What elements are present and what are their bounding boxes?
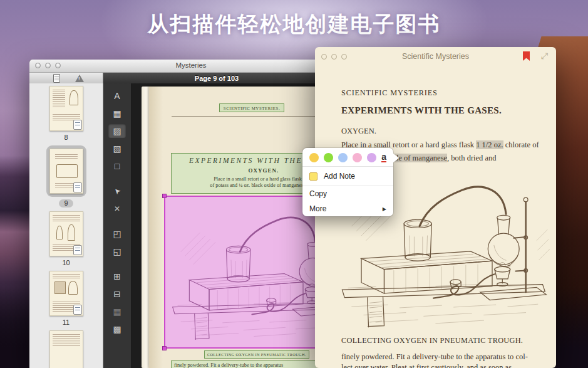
hero-title: 从扫描件轻松地创建电子图书 <box>0 10 588 39</box>
text-badge-icon <box>73 120 82 130</box>
reader-titlebar[interactable]: Scientific Mysteries ⤢ <box>315 47 556 66</box>
figure-caption: COLLECTING OXYGEN IN PNEUMATIC TROUGH. <box>341 336 523 345</box>
book-header: SCIENTIFIC MYSTERIES <box>341 88 438 98</box>
chapter-heading: EXPERIMENTS WITH THE GASES. <box>341 105 502 116</box>
body-line-2: lect over water. Pleat at first cautious… <box>341 363 512 368</box>
table-add-row-tool[interactable]: ⊞ <box>108 269 126 283</box>
thumbnail-image[interactable] <box>49 330 83 368</box>
thumbnail-page-10[interactable]: 10 <box>49 211 83 267</box>
submenu-arrow-icon: ▶ <box>383 206 386 212</box>
thumbnail-image[interactable] <box>49 86 83 131</box>
delete-region-tool[interactable]: ✕ <box>108 201 126 216</box>
note-icon <box>309 172 317 181</box>
window-title: Scientific Mysteries <box>315 52 556 61</box>
table-add-column-tool[interactable]: ⊟ <box>108 287 126 301</box>
merge-subtract-region-tool[interactable]: ◱ <box>108 244 126 258</box>
table-layout-tool[interactable]: ▦ <box>108 304 126 318</box>
selection-handle-top-left[interactable] <box>162 194 167 198</box>
text-region-tool[interactable]: A <box>108 88 126 103</box>
select-region-tool[interactable]: ➤ <box>108 184 126 198</box>
warning-icon[interactable] <box>75 75 84 82</box>
blue-highlight-dot[interactable] <box>338 153 348 162</box>
merge-add-region-tool[interactable]: ◰ <box>108 226 126 241</box>
thumbnail-label: 10 <box>62 259 70 267</box>
thumbnail-page-11[interactable]: 11 <box>49 271 83 327</box>
copy-menu-item[interactable]: Copy <box>302 186 393 201</box>
editor-body: 8 9 <box>29 83 353 368</box>
region-tool-palette: A ▦ ▨ ▧ □ ➤ ✕ ◰ ◱ ⊞ ⊟ ▦ ▩ <box>103 83 132 368</box>
green-highlight-dot[interactable] <box>324 153 333 162</box>
thumbnail-image[interactable] <box>49 211 83 256</box>
picture-caption-region-tool[interactable]: ▧ <box>108 141 126 155</box>
thumbnail-page-8[interactable]: 8 <box>49 86 83 142</box>
more-menu-item[interactable]: More ▶ <box>302 201 393 216</box>
caption-text-region[interactable]: COLLECTING OXYGEN IN PNEUMATIC TROUGH. <box>204 350 309 359</box>
text-badge-icon <box>73 245 82 255</box>
thumbnail-image[interactable] <box>49 149 83 194</box>
yellow-highlight-dot[interactable] <box>309 153 319 162</box>
toolbar-left <box>29 73 103 83</box>
header-text-region[interactable]: SCIENTIFIC MYSTERIES. <box>219 103 284 112</box>
document-icon[interactable] <box>53 74 60 83</box>
fullscreen-icon[interactable]: ⤢ <box>541 51 548 61</box>
selection-handle-bottom-left[interactable] <box>162 346 167 350</box>
pink-highlight-dot[interactable] <box>353 153 362 162</box>
section-heading: OXYGEN. <box>341 127 376 136</box>
reader-content: SCIENTIFIC MYSTERIES EXPERIMENTS WITH TH… <box>315 66 556 368</box>
picture-region-tool[interactable]: ▨ <box>108 124 126 138</box>
thumbnail-label: 8 <box>64 134 68 142</box>
grid-region-tool[interactable]: ▩ <box>108 322 126 336</box>
blank-region-tool[interactable]: □ <box>108 159 126 173</box>
table-region-tool[interactable]: ▦ <box>108 106 126 120</box>
text-badge-icon <box>73 182 82 192</box>
thumbnail-image[interactable] <box>49 271 83 316</box>
thumbnail-label: 9 <box>59 199 73 208</box>
body-line-1: finely powdered. Fit a delivery-tube to … <box>341 352 528 362</box>
window-title: Mysteries <box>29 61 353 69</box>
page-thumbnail-sidebar: 8 9 <box>29 83 103 368</box>
thumbnail-page-9-selected[interactable]: 9 <box>46 145 86 208</box>
thumbnail-page-12[interactable] <box>49 330 83 368</box>
purple-highlight-dot[interactable] <box>367 153 376 162</box>
selection-context-menu: a Add Note Copy More ▶ <box>302 148 393 216</box>
text-badge-icon <box>73 305 82 315</box>
selected-text[interactable]: 1 1/2 oz. <box>476 140 503 149</box>
thumbnail-label: 11 <box>63 318 70 327</box>
selection-highlight <box>46 145 86 197</box>
editor-toolbar: Page 9 of 103 <box>29 73 353 83</box>
add-note-menu-item[interactable]: Add Note <box>302 167 393 186</box>
editor-titlebar[interactable]: Mysteries <box>29 60 353 73</box>
text-style-button[interactable]: a <box>381 152 386 162</box>
highlight-color-row: a <box>302 148 393 166</box>
